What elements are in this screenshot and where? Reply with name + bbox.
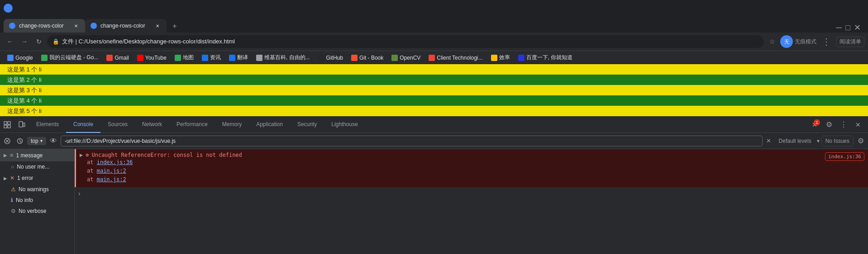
bookmark-gmail[interactable]: Gmail — [103, 54, 132, 62]
bookmark-youtube-label: YouTube — [145, 55, 167, 61]
bookmark-button[interactable]: ☆ — [766, 35, 778, 48]
console-settings-button[interactable]: ⚙ — [855, 136, 866, 146]
bookmark-news-icon — [202, 55, 208, 61]
tab-1[interactable]: change-rows-color ✕ — [4, 19, 85, 33]
more-menu-button[interactable]: ⋮ — [822, 36, 831, 47]
bookmark-opencv[interactable]: OpenCV — [388, 54, 424, 62]
devtools-tab-performance[interactable]: Performance — [169, 117, 215, 133]
sidebar-item-verbose[interactable]: ⚙ No verbose — [0, 206, 74, 216]
devtools-tab-memory[interactable]: Memory — [215, 117, 249, 133]
devtools-inspect-button[interactable] — [0, 119, 14, 130]
console-filter-input[interactable] — [61, 136, 763, 146]
chevron-down-icon-level[interactable]: ▾ — [817, 138, 820, 144]
bookmark-news[interactable]: 资讯 — [198, 53, 224, 62]
account-button[interactable]: 无 — [780, 35, 793, 48]
list-row-3-text: 这是第 3 个 li — [7, 86, 42, 94]
at-text-1: at — [87, 159, 97, 165]
bookmark-gitbook[interactable]: Git - Book — [348, 54, 387, 62]
at-text-2: at — [87, 168, 97, 174]
minimize-button[interactable]: ─ — [836, 23, 842, 33]
error-link-2[interactable]: main.js:2 — [97, 168, 126, 174]
error-link-1[interactable]: index.js:36 — [97, 159, 133, 165]
back-button[interactable]: ← — [4, 35, 16, 48]
devtools-error-button[interactable]: ✕ 1 — [808, 118, 821, 131]
devtools-tab-security[interactable]: Security — [290, 117, 324, 133]
devtools-tab-network[interactable]: Network — [135, 117, 169, 133]
reader-mode-button[interactable]: 阅读清单 — [836, 37, 864, 47]
bookmark-google[interactable]: Google — [4, 54, 37, 62]
no-issues-button[interactable]: No Issues — [821, 136, 854, 146]
console-eye-button[interactable]: 👁 — [48, 136, 59, 146]
sidebar-group-messages[interactable]: ▶ ≡ 1 message — [0, 149, 74, 161]
chevron-down-icon: ▾ — [40, 138, 43, 143]
address-bar[interactable]: 🔒 文件 | C:/Users/onefine/Desktop/change-r… — [47, 35, 764, 48]
tab-1-close[interactable]: ✕ — [72, 22, 80, 29]
devtools-more-button[interactable]: ⋮ — [837, 118, 850, 131]
refresh-button[interactable]: ↻ — [33, 35, 45, 48]
error-expand-icon[interactable]: ▶ — [80, 152, 83, 158]
bookmark-translate[interactable]: 翻译 — [225, 53, 252, 62]
error-link-3[interactable]: main.js:2 — [97, 176, 126, 183]
bookmark-maps-icon — [175, 55, 181, 61]
tab-2[interactable]: change-rows-color ✕ — [85, 19, 167, 33]
sidebar-item-user-messages[interactable]: ○ No user me... — [0, 161, 74, 172]
bookmark-wiki-label: 维基百科, 自由的... — [264, 54, 310, 61]
bookmark-maps[interactable]: 地图 — [171, 53, 197, 62]
devtools-tab-sources[interactable]: Sources — [100, 117, 135, 133]
bookmark-efficiency[interactable]: 效率 — [487, 53, 514, 62]
error-message: Uncaught ReferenceError: consol is not d… — [91, 152, 242, 158]
svg-rect-5 — [23, 123, 25, 127]
index-badge[interactable]: index.js:36 — [825, 152, 864, 161]
bookmark-gitbook-icon — [351, 55, 358, 61]
devtools-tab-elements[interactable]: Elements — [29, 117, 66, 133]
bookmark-wiki[interactable]: 维基百科, 自由的... — [253, 53, 314, 62]
tab-2-close[interactable]: ✕ — [154, 22, 161, 29]
bookmark-youtube[interactable]: YouTube — [134, 54, 170, 62]
list-row-4: 这是第 4 个 li — [0, 95, 868, 106]
restore-button[interactable]: □ — [845, 23, 850, 33]
sidebar-item-info[interactable]: ℹ No info — [0, 195, 74, 206]
browser-controls: ─ □ ✕ — [836, 23, 864, 33]
svg-rect-4 — [19, 122, 23, 127]
new-tab-button[interactable]: + — [168, 20, 181, 33]
list-icon: ≡ — [10, 152, 14, 159]
bookmark-gitbook-label: Git - Book — [359, 55, 383, 61]
bookmark-gmail-label: Gmail — [114, 55, 129, 61]
console-filter-bar: top ▾ 👁 ✕ Default levels ▾ No Issues ⚙ — [0, 133, 868, 149]
devtools-tab-application[interactable]: Application — [249, 117, 290, 133]
forward-button[interactable]: → — [18, 35, 31, 48]
devtools-tab-lighthouse[interactable]: Lighthouse — [324, 117, 365, 133]
info-icon: ℹ — [11, 197, 13, 203]
address-lock-icon: 🔒 — [52, 38, 59, 45]
close-button[interactable]: ✕ — [854, 23, 861, 33]
console-top-filter[interactable]: top ▾ — [27, 137, 46, 145]
sidebar-item-warnings[interactable]: ⚠ No warnings — [0, 184, 74, 195]
devtools-device-button[interactable] — [14, 119, 29, 130]
console-preserve-button[interactable] — [14, 136, 25, 146]
console-prompt[interactable]: › — [75, 187, 868, 200]
sidebar-user-messages-label: No user me... — [17, 164, 49, 170]
bookmark-baidu-icon — [518, 55, 525, 61]
devtools-toolbar: Elements Console Sources Network Perform… — [0, 117, 868, 133]
bookmark-baidu[interactable]: 百度一下, 你就知道 — [515, 53, 577, 62]
error-circle-icon: ⊗ — [86, 152, 89, 158]
sidebar-warnings-label: No warnings — [19, 186, 49, 193]
bookmark-client[interactable]: Client Technologi... — [425, 54, 486, 62]
devtools-tab-lighthouse-label: Lighthouse — [331, 121, 358, 127]
bookmark-github[interactable]: GitHub — [315, 54, 347, 62]
bookmark-translate-label: 翻译 — [237, 54, 248, 61]
bookmark-drive[interactable]: 我的云端硬盘 - Go... — [38, 53, 102, 62]
bookmark-youtube-icon — [137, 55, 143, 61]
devtools-tab-network-label: Network — [142, 121, 162, 127]
svg-rect-2 — [4, 125, 7, 128]
devtools-settings-button[interactable]: ⚙ — [823, 118, 835, 131]
sidebar-group-errors[interactable]: ▶ ✕ 1 error — [0, 172, 74, 184]
devtools-close-button[interactable]: ✕ — [852, 118, 864, 131]
devtools-tab-console[interactable]: Console — [66, 117, 100, 133]
console-filter-clear[interactable]: ✕ — [764, 136, 773, 146]
page-content: 这是第 1 个 li 这是第 2 个 li 这是第 3 个 li 这是第 4 个… — [0, 64, 868, 116]
console-level-filter[interactable]: Default levels — [775, 138, 815, 144]
list-row-1: 这是第 1 个 li — [0, 64, 868, 75]
console-clear-button[interactable] — [2, 136, 13, 146]
bookmark-client-icon — [429, 55, 435, 61]
